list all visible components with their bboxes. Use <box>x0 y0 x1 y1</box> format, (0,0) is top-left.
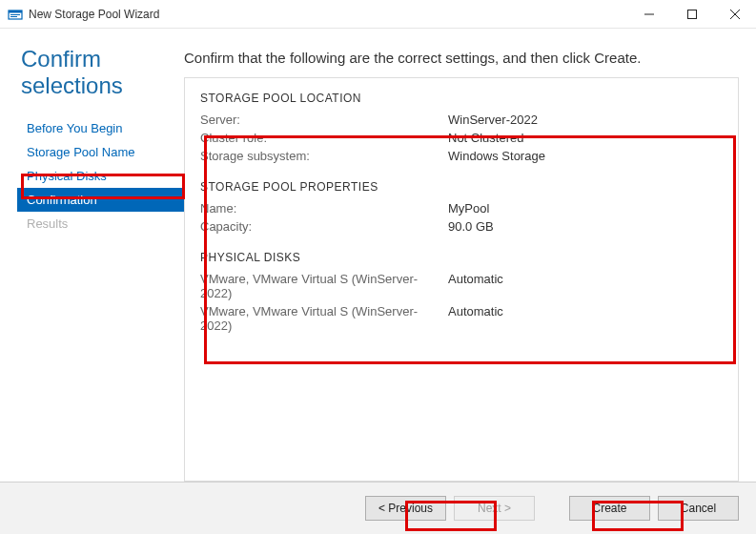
label-cluster-role: Cluster role: <box>200 131 448 145</box>
disk-row: VMware, VMware Virtual S (WinServer-2022… <box>200 302 723 335</box>
row-cluster-role: Cluster role: Not Clustered <box>200 129 723 147</box>
wizard-nav: Before You Begin Storage Pool Name Physi… <box>17 116 184 236</box>
window-title: New Storage Pool Wizard <box>29 8 627 21</box>
cancel-button[interactable]: Cancel <box>658 496 739 521</box>
title-bar: New Storage Pool Wizard <box>0 0 756 29</box>
value-server: WinServer-2022 <box>448 113 538 127</box>
nav-before-you-begin[interactable]: Before You Begin <box>17 116 184 140</box>
disk-desc: VMware, VMware Virtual S (WinServer-2022… <box>200 272 448 300</box>
section-title-properties: STORAGE POOL PROPERTIES <box>200 180 723 194</box>
close-button[interactable] <box>713 0 756 28</box>
row-storage-subsystem: Storage subsystem: Windows Storage <box>200 147 723 165</box>
nav-confirmation[interactable]: Confirmation <box>17 188 184 212</box>
row-name: Name: MyPool <box>200 199 723 217</box>
label-capacity: Capacity: <box>200 219 448 234</box>
label-server: Server: <box>200 113 448 127</box>
minimize-button[interactable] <box>627 0 670 28</box>
nav-physical-disks[interactable]: Physical Disks <box>17 164 184 188</box>
disk-row: VMware, VMware Virtual S (WinServer-2022… <box>200 270 723 302</box>
window-controls <box>627 0 756 28</box>
value-storage-subsystem: Windows Storage <box>448 149 545 163</box>
create-button[interactable]: Create <box>569 496 650 521</box>
maximize-button[interactable] <box>670 0 713 28</box>
value-name: MyPool <box>448 201 489 216</box>
disk-desc: VMware, VMware Virtual S (WinServer-2022… <box>200 304 448 333</box>
label-name: Name: <box>200 201 448 216</box>
section-title-disks: PHYSICAL DISKS <box>200 251 723 264</box>
previous-button[interactable]: < Previous <box>365 496 446 521</box>
label-storage-subsystem: Storage subsystem: <box>200 149 448 163</box>
row-capacity: Capacity: 90.0 GB <box>200 217 723 236</box>
value-cluster-role: Not Clustered <box>448 131 523 145</box>
next-button: Next > <box>454 496 535 521</box>
disk-alloc: Automatic <box>448 304 503 333</box>
nav-storage-pool-name[interactable]: Storage Pool Name <box>17 140 184 164</box>
page-title: Confirm selections <box>17 46 184 99</box>
app-icon <box>8 7 23 22</box>
svg-rect-3 <box>10 16 17 17</box>
svg-rect-1 <box>9 10 22 13</box>
nav-results: Results <box>17 212 184 236</box>
wizard-footer: < Previous Next > Create Cancel <box>0 482 756 534</box>
value-capacity: 90.0 GB <box>448 219 494 234</box>
svg-rect-2 <box>10 14 20 15</box>
confirmation-panel: STORAGE POOL LOCATION Server: WinServer-… <box>184 77 739 482</box>
section-title-location: STORAGE POOL LOCATION <box>200 92 723 105</box>
disk-alloc: Automatic <box>448 272 503 300</box>
instruction-text: Confirm that the following are the corre… <box>184 46 739 66</box>
row-server: Server: WinServer-2022 <box>200 111 723 129</box>
svg-rect-5 <box>687 10 696 18</box>
